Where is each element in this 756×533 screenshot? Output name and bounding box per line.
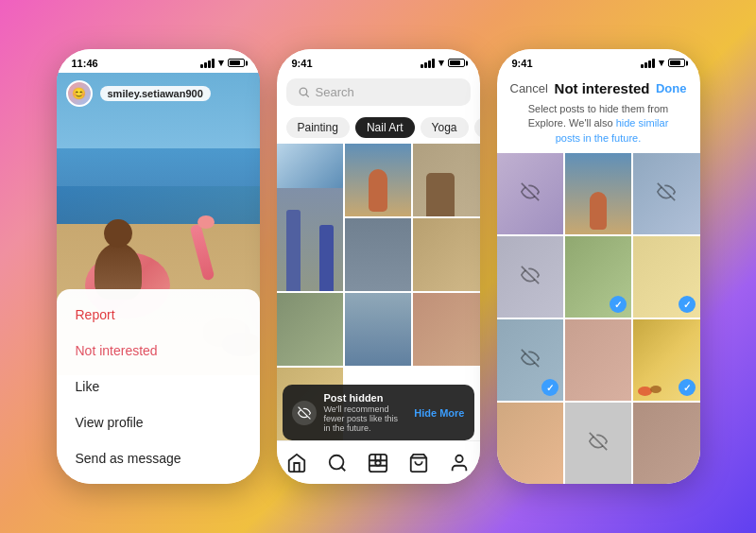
avatar: 😊 (66, 80, 93, 107)
grid-cell-4[interactable] (345, 218, 411, 291)
ni-cell-8[interactable] (565, 319, 631, 401)
check-badge-7: ✓ (541, 379, 558, 396)
signal-icon-3 (641, 59, 655, 68)
svg-line-4 (341, 467, 345, 471)
search-area: Search (277, 73, 480, 112)
battery-icon (228, 59, 245, 67)
phone-3: 9:41 ▾ Cancel Not interested Done Select… (497, 49, 700, 484)
hidden-post-toast: Post hidden We'll recommend fewer posts … (283, 385, 474, 440)
nav-profile[interactable] (448, 452, 471, 474)
grid-cell-5[interactable] (413, 218, 479, 291)
grid-cell-2[interactable] (345, 144, 411, 216)
context-like[interactable]: Like (57, 369, 260, 404)
time-3: 9:41 (512, 58, 533, 69)
done-button[interactable]: Done (656, 81, 687, 95)
tags-row: Painting Nail Art Yoga Base (277, 112, 480, 144)
time-2: 9:41 (292, 58, 313, 69)
nav-reels[interactable] (367, 452, 389, 474)
wifi-icon-2: ▾ (438, 57, 444, 69)
grid-cell-8[interactable] (413, 293, 479, 366)
status-icons-1: ▾ (200, 57, 245, 69)
ni-cell-11[interactable] (565, 403, 631, 484)
story-username: smiley.setiawan900 (100, 86, 211, 101)
ni-cell-3[interactable] (633, 153, 699, 234)
toast-title: Post hidden (324, 392, 407, 404)
grid-cell-7[interactable] (345, 293, 411, 366)
search-placeholder: Search (316, 85, 354, 99)
svg-rect-5 (369, 454, 387, 471)
toast-icon (292, 401, 317, 425)
ni-cell-2[interactable] (565, 153, 631, 234)
battery-icon-2 (448, 59, 465, 67)
story-user-bar: 😊 smiley.setiawan900 (57, 80, 260, 107)
svg-point-12 (455, 455, 462, 461)
search-box[interactable]: Search (286, 78, 471, 106)
ni-cell-6[interactable]: ✓ (633, 236, 699, 318)
nav-home[interactable] (285, 452, 308, 474)
nav-search[interactable] (326, 452, 349, 474)
status-icons-3: ▾ (641, 57, 685, 69)
eye-slash-icon-11 (589, 432, 608, 456)
context-not-interested[interactable]: Not interested (57, 333, 260, 369)
eye-slash-icon-3 (657, 182, 676, 206)
ni-cell-1[interactable] (497, 153, 563, 234)
ni-cell-9[interactable]: ✓ (633, 319, 699, 401)
not-interested-header: Cancel Not interested Done (497, 73, 700, 102)
not-interested-title: Not interested (555, 80, 650, 96)
tag-yoga[interactable]: Yoga (421, 117, 469, 138)
eye-slash-icon-4 (521, 266, 540, 289)
toast-action-button[interactable]: Hide More (414, 407, 464, 419)
phone-2: 9:41 ▾ Search Painting Nail Art Yoga (277, 49, 480, 484)
status-bar-3: 9:41 ▾ (497, 49, 700, 73)
context-send-message[interactable]: Send as message (57, 440, 260, 476)
phone-1: 11:46 ▾ (57, 49, 260, 484)
status-bar-1: 11:46 ▾ (57, 49, 260, 73)
check-badge-9: ✓ (679, 379, 696, 396)
battery-icon-3 (668, 59, 685, 67)
context-menu: Report Not interested Like View profile … (57, 289, 260, 484)
ni-cell-4[interactable] (497, 236, 563, 318)
ni-cell-7[interactable]: ✓ (497, 319, 563, 401)
nav-shop[interactable] (407, 452, 430, 474)
grid-cell-1[interactable] (277, 144, 343, 291)
time-1: 11:46 (72, 58, 98, 69)
ni-cell-12[interactable] (633, 403, 699, 484)
not-interested-subtitle: Select posts to hide them from Explore. … (497, 102, 700, 153)
toast-subtitle: We'll recommend fewer posts like this in… (324, 404, 407, 433)
eye-slash-icon-7 (521, 349, 540, 372)
toast-text-area: Post hidden We'll recommend fewer posts … (324, 392, 407, 433)
eye-slash-icon (521, 182, 540, 206)
cancel-button[interactable]: Cancel (510, 81, 548, 95)
context-view-profile[interactable]: View profile (57, 404, 260, 440)
search-icon (298, 86, 310, 98)
svg-line-1 (306, 95, 308, 96)
status-icons-2: ▾ (421, 57, 465, 69)
signal-icon (200, 59, 215, 68)
wifi-icon: ▾ (218, 57, 224, 69)
subtitle-highlight: hide similar posts in the future. (556, 117, 669, 143)
grid-cell-6[interactable] (277, 293, 343, 366)
wifi-icon-3: ▾ (659, 57, 664, 69)
status-bar-2: 9:41 ▾ (277, 49, 480, 73)
svg-point-3 (330, 455, 344, 469)
not-interested-grid: ✓ ✓ ✓ ✓ (497, 153, 700, 484)
ni-cell-5[interactable]: ✓ (565, 236, 631, 318)
tag-base[interactable]: Base (474, 117, 480, 138)
check-badge-6: ✓ (679, 296, 696, 313)
context-report[interactable]: Report (57, 297, 260, 333)
grid-cell-3[interactable] (413, 144, 479, 216)
tag-nail-art[interactable]: Nail Art (355, 117, 415, 138)
signal-icon-2 (421, 59, 435, 68)
tag-painting[interactable]: Painting (286, 117, 350, 138)
bottom-nav (277, 440, 480, 484)
ni-cell-10[interactable] (497, 403, 563, 484)
